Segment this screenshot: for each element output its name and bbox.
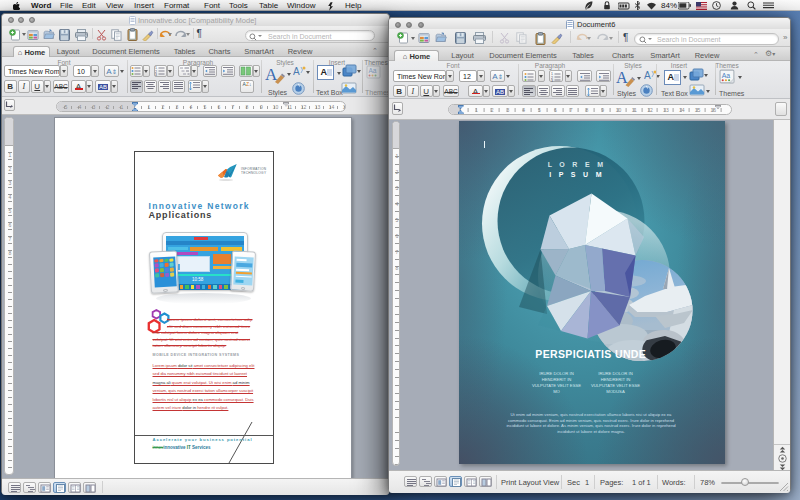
svg-text:A: A [644,70,651,81]
svg-text:3: 3 [551,79,553,82]
svg-text:Aa: Aa [722,72,731,79]
svg-text:A: A [293,66,300,77]
svg-text:Aa: Aa [369,67,377,74]
svg-text:3: 3 [155,73,157,76]
